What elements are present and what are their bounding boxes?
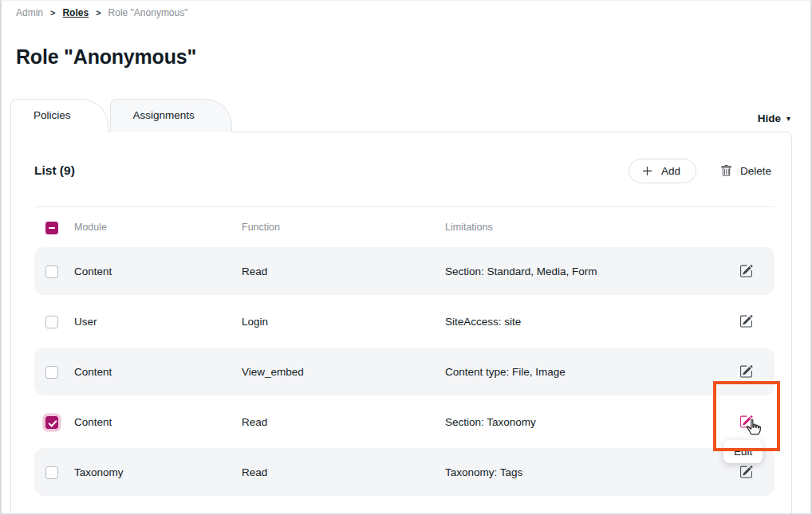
cell-function: Read: [242, 416, 445, 428]
add-button[interactable]: Add: [629, 159, 696, 183]
select-all-checkbox[interactable]: [45, 222, 58, 234]
breadcrumb-separator: >: [96, 8, 101, 18]
table-row: Taxonomy Read Taxonomy: Tags: [34, 448, 775, 496]
row-checkbox[interactable]: [45, 366, 58, 379]
chevron-down-icon: ▾: [786, 115, 790, 123]
delete-button[interactable]: Delete: [717, 160, 775, 182]
cell-module: Content: [74, 366, 242, 378]
hide-toggle[interactable]: Hide ▾: [758, 112, 790, 124]
pencil-square-icon: [739, 265, 753, 278]
app-window: Admin > Roles > Role "Anonymous" Role "A…: [0, 0, 812, 515]
pencil-square-icon: [739, 365, 753, 379]
table-row-selected: Content Read Section: Taxonomy Edit: [34, 398, 775, 446]
cell-limitations: Section: Standard, Media, Form: [445, 265, 735, 277]
edit-policy-button[interactable]: [739, 315, 753, 328]
trash-icon: [720, 165, 732, 177]
policies-panel: List (9) Add Delete: [10, 132, 792, 515]
column-header-module: Module: [74, 222, 242, 233]
column-header-limitations: Limitations: [445, 222, 735, 233]
cell-function: Read: [242, 466, 445, 478]
pencil-square-icon: [739, 315, 753, 328]
breadcrumb: Admin > Roles > Role "Anonymous": [2, 1, 810, 18]
edit-policy-button[interactable]: [739, 265, 753, 278]
table-row: User Login SiteAccess: site: [34, 297, 775, 345]
cell-limitations: Section: Taxonomy: [445, 416, 735, 428]
table-header-row: Module Function Limitations: [34, 207, 775, 247]
cell-module: User: [74, 316, 242, 328]
plus-icon: [641, 165, 653, 177]
list-title: List (9): [34, 163, 75, 178]
tab-assignments-label: Assignments: [133, 109, 195, 121]
column-header-function: Function: [242, 222, 445, 233]
breadcrumb-item-admin: Admin: [16, 7, 43, 18]
hide-toggle-label: Hide: [758, 112, 781, 124]
breadcrumb-item-roles[interactable]: Roles: [62, 7, 89, 18]
row-checkbox[interactable]: [45, 416, 58, 429]
cell-module: Content: [74, 265, 242, 277]
cell-module: Content: [74, 416, 242, 428]
tab-policies[interactable]: Policies: [10, 99, 108, 132]
edit-tooltip: Edit: [723, 440, 763, 463]
cell-limitations: Taxonomy: Tags: [445, 466, 735, 478]
breadcrumb-separator: >: [50, 8, 55, 18]
tab-assignments[interactable]: Assignments: [110, 99, 232, 132]
hand-pointer-icon: [745, 419, 762, 435]
page-title: Role "Anonymous": [16, 44, 810, 69]
cell-limitations: SiteAccess: site: [445, 316, 735, 328]
cell-limitations: Content type: File, Image: [445, 366, 735, 378]
edit-policy-button[interactable]: [739, 365, 753, 379]
row-checkbox[interactable]: [45, 316, 58, 328]
tab-policies-label: Policies: [34, 109, 71, 121]
cell-function: Login: [242, 316, 445, 328]
cell-function: Read: [242, 265, 445, 277]
pencil-square-icon: [739, 466, 753, 479]
add-button-label: Add: [661, 165, 680, 177]
delete-button-label: Delete: [740, 165, 771, 177]
cell-module: Taxonomy: [74, 466, 242, 478]
table-row: Content Read Section: Standard, Media, F…: [34, 247, 775, 295]
row-checkbox[interactable]: [45, 466, 58, 479]
breadcrumb-item-current: Role "Anonymous": [108, 7, 188, 18]
edit-policy-button[interactable]: [739, 466, 753, 479]
list-header: List (9) Add Delete: [34, 153, 775, 188]
tab-bar: Policies Assignments Hide ▾: [10, 99, 792, 132]
table-row: Content View_embed Content type: File, I…: [34, 348, 775, 395]
list-actions: Add Delete: [629, 159, 775, 183]
row-checkbox[interactable]: [45, 265, 58, 278]
cell-function: View_embed: [242, 366, 445, 378]
